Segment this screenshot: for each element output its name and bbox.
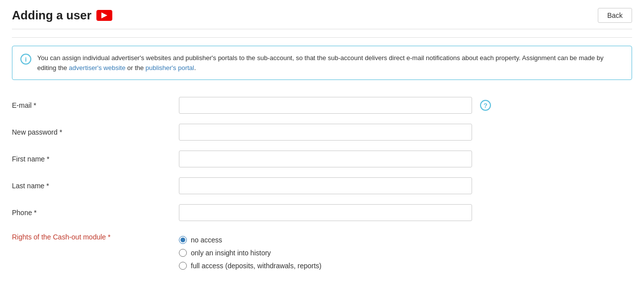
email-input[interactable] [179,97,472,114]
info-text-part3: . [194,64,196,72]
info-text-part2: or the [125,64,145,72]
page-header: Adding a user Back [12,8,632,29]
radio-insight-only: only an insight into history [179,249,322,257]
header-left: Adding a user [12,8,112,22]
info-text: You can assign individual advertiser's w… [37,53,624,73]
cashout-radio-group: no access only an insight into history f… [179,231,322,275]
first-name-input[interactable] [179,151,472,167]
help-icon[interactable]: ? [480,100,491,111]
email-row: E-mail * ? [12,92,632,119]
radio-no-access-input[interactable] [179,236,187,244]
first-name-row: First name * [12,146,632,172]
header-divider [12,37,632,38]
youtube-icon[interactable] [96,10,112,21]
radio-full-access: full access (deposits, withdrawals, repo… [179,262,322,270]
phone-row: Phone * [12,199,632,226]
password-label: New password * [12,128,171,136]
last-name-input[interactable] [179,177,472,194]
info-box: i You can assign individual advertiser's… [12,46,632,80]
page-container: Adding a user Back i You can assign indi… [0,0,644,288]
back-button[interactable]: Back [598,8,632,23]
radio-no-access-label[interactable]: no access [191,236,222,244]
password-row: New password * [12,119,632,146]
form-section: E-mail * ? New password * First name * L… [12,92,632,280]
radio-full-access-input[interactable] [179,262,187,270]
last-name-label: Last name * [12,182,171,190]
info-link-advertiser[interactable]: advertiser's website [69,64,126,72]
info-link-publisher[interactable]: publisher's portal [146,64,194,72]
info-icon: i [20,54,31,65]
last-name-row: Last name * [12,172,632,199]
cashout-row: Rights of the Cash-out module * no acces… [12,226,632,280]
radio-insight-only-label[interactable]: only an insight into history [191,249,271,257]
first-name-label: First name * [12,155,171,163]
email-label: E-mail * [12,101,171,109]
radio-insight-only-input[interactable] [179,249,187,257]
phone-input[interactable] [179,204,472,221]
password-input[interactable] [179,124,472,141]
radio-no-access: no access [179,236,322,244]
radio-full-access-label[interactable]: full access (deposits, withdrawals, repo… [191,262,322,270]
phone-label: Phone * [12,209,171,217]
cashout-label: Rights of the Cash-out module * [12,231,171,241]
page-title: Adding a user [12,8,91,22]
